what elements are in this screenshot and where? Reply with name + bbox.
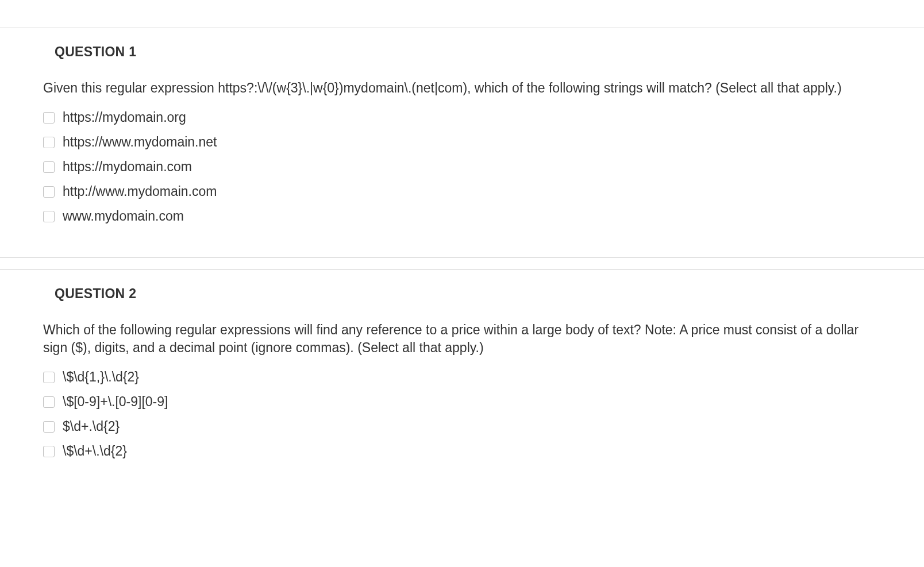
option-row: \$[0-9]+\.[0-9][0-9] — [43, 389, 881, 414]
question-text-2: Which of the following regular expressio… — [43, 321, 881, 357]
option-row: https://mydomain.com — [43, 155, 881, 179]
option-label: www.mydomain.com — [63, 209, 184, 224]
question-inner-2: QUESTION 2 Which of the following regula… — [0, 286, 924, 464]
option-label: https://mydomain.com — [63, 159, 192, 175]
option-row: www.mydomain.com — [43, 204, 881, 229]
checkbox[interactable] — [43, 161, 55, 173]
checkbox[interactable] — [43, 186, 55, 198]
option-row: https://www.mydomain.net — [43, 130, 881, 155]
option-row: https://mydomain.org — [43, 105, 881, 130]
option-label: https://www.mydomain.net — [63, 134, 217, 150]
option-label: \$\d{1,}\.\d{2} — [63, 369, 139, 385]
options-list-1: https://mydomain.org https://www.mydomai… — [43, 105, 881, 229]
checkbox[interactable] — [43, 112, 55, 124]
option-row: http://www.mydomain.com — [43, 179, 881, 204]
option-label: $\d+.\d{2} — [63, 419, 120, 434]
checkbox[interactable] — [43, 137, 55, 148]
checkbox[interactable] — [43, 396, 55, 408]
question-block-2: QUESTION 2 Which of the following regula… — [0, 269, 924, 475]
option-row: \$\d+\.\d{2} — [43, 439, 881, 464]
question-inner-1: QUESTION 1 Given this regular expression… — [0, 44, 924, 229]
divider — [0, 257, 924, 258]
options-list-2: \$\d{1,}\.\d{2} \$[0-9]+\.[0-9][0-9] $\d… — [43, 365, 881, 464]
question-title-1: QUESTION 1 — [43, 44, 881, 60]
option-label: http://www.mydomain.com — [63, 184, 217, 199]
checkbox[interactable] — [43, 421, 55, 433]
checkbox[interactable] — [43, 446, 55, 457]
option-label: https://mydomain.org — [63, 110, 186, 125]
option-label: \$\d+\.\d{2} — [63, 443, 127, 459]
question-text-1: Given this regular expression https?:\/\… — [43, 79, 881, 97]
checkbox[interactable] — [43, 211, 55, 222]
question-title-2: QUESTION 2 — [43, 286, 881, 302]
question-block-1: QUESTION 1 Given this regular expression… — [0, 28, 924, 269]
option-row: $\d+.\d{2} — [43, 414, 881, 439]
option-row: \$\d{1,}\.\d{2} — [43, 365, 881, 389]
checkbox[interactable] — [43, 372, 55, 383]
top-spacer — [0, 0, 924, 28]
option-label: \$[0-9]+\.[0-9][0-9] — [63, 394, 168, 410]
